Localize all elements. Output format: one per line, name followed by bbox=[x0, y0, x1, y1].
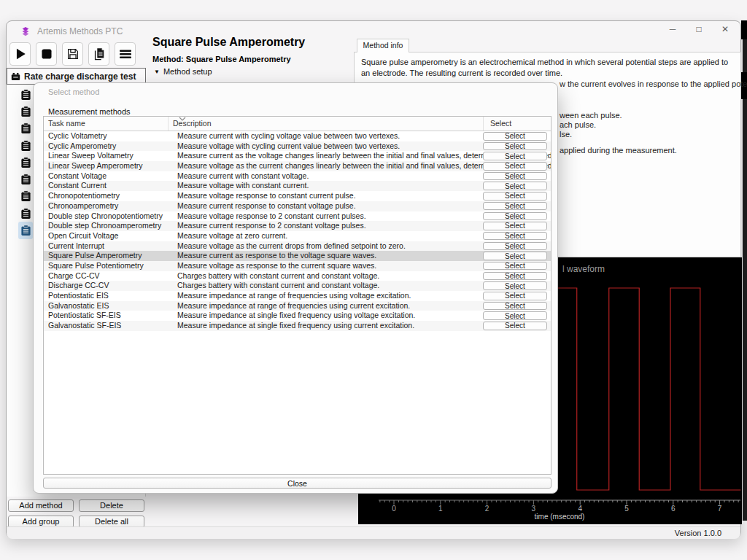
table-row[interactable]: Linear Sweep Amperometry Measure voltage… bbox=[44, 161, 551, 171]
sidebar-method-item[interactable] bbox=[18, 171, 33, 187]
task-name-cell: Linear Sweep Amperometry bbox=[44, 161, 172, 171]
select-button[interactable]: Select bbox=[483, 162, 547, 171]
select-button[interactable]: Select bbox=[483, 202, 547, 211]
sidebar-method-item[interactable] bbox=[18, 188, 33, 205]
background-app-edge bbox=[741, 20, 747, 39]
task-name-cell: Constant Current bbox=[44, 181, 172, 191]
sidebar-method-item[interactable] bbox=[18, 120, 33, 137]
window-title: Artemis Methods PTC bbox=[37, 26, 123, 36]
sort-chevron-icon bbox=[179, 117, 186, 121]
select-button[interactable]: Select bbox=[483, 192, 547, 201]
page-title: Square Pulse Amperometry bbox=[152, 36, 305, 49]
table-row[interactable]: Constant Current Measure voltage with co… bbox=[44, 181, 551, 191]
select-button[interactable]: Select bbox=[483, 132, 547, 141]
collapse-triangle-icon: ▼ bbox=[154, 69, 160, 75]
sidebar-method-item[interactable] bbox=[18, 103, 33, 120]
table-row[interactable]: Galvanostatic SF-EIS Measure impedance a… bbox=[44, 321, 551, 331]
table-row[interactable]: Linear Sweep Voltametry Measure current … bbox=[44, 151, 551, 161]
select-button[interactable]: Select bbox=[483, 172, 547, 181]
save-button[interactable] bbox=[62, 42, 83, 66]
method-clipboard-icon bbox=[20, 157, 31, 168]
sidebar-method-item[interactable] bbox=[18, 137, 33, 154]
method-clipboard-icon bbox=[20, 89, 31, 101]
stop-button[interactable] bbox=[36, 42, 57, 66]
stop-icon bbox=[40, 47, 53, 61]
select-button[interactable]: Select bbox=[483, 222, 547, 230]
select-button[interactable]: Select bbox=[483, 281, 547, 290]
measurement-methods-label: Measurement methods bbox=[48, 107, 131, 116]
table-row[interactable]: Square Pulse Potentiometry Measure volta… bbox=[44, 261, 551, 271]
table-row[interactable]: Galvanostatic EIS Measure impedance at r… bbox=[44, 301, 551, 311]
table-row[interactable]: Double step Chronopotentiometry Measure … bbox=[44, 211, 551, 222]
battery-icon bbox=[11, 72, 20, 81]
column-header-description[interactable]: Description bbox=[168, 117, 483, 131]
method-subtitle: Method: Square Pulse Amperometry bbox=[152, 55, 291, 63]
dialog-title: Select method bbox=[48, 88, 99, 96]
select-button[interactable]: Select bbox=[483, 272, 547, 281]
sidebar-method-item[interactable] bbox=[18, 86, 33, 103]
table-row[interactable]: Cyclic Voltametry Measure current with c… bbox=[44, 131, 551, 141]
select-button[interactable]: Select bbox=[483, 242, 547, 251]
add-method-button[interactable]: Add method bbox=[8, 499, 74, 512]
select-button[interactable]: Select bbox=[483, 262, 547, 271]
close-window-button[interactable]: ✕ bbox=[720, 24, 730, 34]
method-clipboard-icon bbox=[20, 190, 31, 202]
delete-button[interactable]: Delete bbox=[79, 499, 144, 512]
method-tree bbox=[18, 86, 33, 239]
method-setup-toggle[interactable]: ▼ Method setup bbox=[154, 67, 212, 76]
table-row[interactable]: Discharge CC-CV Charges battery with con… bbox=[44, 281, 551, 291]
minimize-button[interactable]: ─ bbox=[667, 24, 678, 34]
sidebar-method-item[interactable] bbox=[18, 222, 33, 238]
table-row[interactable]: Open Circuit Voltage Measure voltage at … bbox=[44, 231, 551, 241]
table-row[interactable]: Current Interrupt Measure voltage as the… bbox=[44, 241, 551, 252]
svg-text:4: 4 bbox=[578, 505, 582, 513]
select-button[interactable]: Select bbox=[483, 182, 547, 190]
tab-method-info[interactable]: Method info bbox=[357, 39, 409, 52]
table-row[interactable]: Charge CC-CV Charges battery with consta… bbox=[44, 271, 551, 281]
column-header-select[interactable]: Select bbox=[483, 117, 551, 131]
run-button[interactable] bbox=[9, 42, 31, 66]
sidebar-method-item[interactable] bbox=[18, 154, 33, 171]
table-row[interactable]: Double step Chronoamperometry Measure cu… bbox=[44, 221, 551, 231]
copy-button[interactable] bbox=[88, 42, 109, 66]
method-clipboard-icon bbox=[20, 106, 31, 117]
select-button[interactable]: Select bbox=[483, 322, 547, 330]
column-header-task-name[interactable]: Task name bbox=[44, 117, 168, 131]
table-body: Cyclic Voltametry Measure current with c… bbox=[44, 131, 551, 331]
select-button[interactable]: Select bbox=[483, 311, 547, 320]
toolbar bbox=[9, 42, 136, 66]
select-button[interactable]: Select bbox=[483, 302, 547, 311]
task-name-cell: Linear Sweep Voltametry bbox=[44, 151, 172, 161]
task-name-cell: Cyclic Amperometry bbox=[44, 141, 172, 152]
method-clipboard-icon bbox=[20, 174, 31, 185]
method-clipboard-icon bbox=[20, 140, 31, 152]
table-row[interactable]: Constant Voltage Measure current with co… bbox=[44, 171, 551, 182]
select-button[interactable]: Select bbox=[483, 142, 547, 151]
table-row[interactable]: Chronoamperometry Measure current respon… bbox=[44, 201, 551, 211]
svg-text:2: 2 bbox=[485, 505, 489, 513]
table-row[interactable]: Potentiostatic SF-EIS Measure impedance … bbox=[44, 311, 551, 321]
table-row[interactable]: Square Pulse Amperometry Measure current… bbox=[44, 251, 551, 261]
maximize-button[interactable]: □ bbox=[694, 24, 704, 34]
select-button[interactable]: Select bbox=[483, 212, 547, 221]
table-row[interactable]: Cyclic Amperometry Measure voltage with … bbox=[44, 141, 551, 152]
select-button[interactable]: Select bbox=[483, 232, 547, 241]
sidebar-method-item[interactable] bbox=[18, 205, 33, 222]
select-button[interactable]: Select bbox=[483, 252, 547, 260]
task-name-cell: Charge CC-CV bbox=[44, 271, 172, 281]
method-table: Task name Description Select Cyclic Volt… bbox=[43, 116, 551, 475]
menu-button[interactable] bbox=[115, 42, 136, 66]
select-button[interactable]: Select bbox=[483, 152, 547, 160]
close-dialog-button[interactable]: Close bbox=[43, 478, 551, 489]
method-clipboard-icon bbox=[20, 208, 31, 219]
svg-text:1: 1 bbox=[438, 505, 443, 513]
task-name-cell: Cyclic Voltametry bbox=[44, 131, 172, 141]
desktop-background: Artemis Methods PTC ─ □ ✕ bbox=[0, 0, 747, 560]
task-name-cell: Constant Voltage bbox=[44, 171, 172, 182]
task-name-cell: Double step Chronoamperometry bbox=[44, 221, 172, 231]
select-button[interactable]: Select bbox=[483, 292, 547, 300]
table-row[interactable]: Chronopotentiometry Measure voltage resp… bbox=[44, 191, 551, 201]
table-row[interactable]: Potentiostatic EIS Measure impedance at … bbox=[44, 291, 551, 301]
svg-text:7: 7 bbox=[718, 505, 722, 513]
svg-text:time (msecond): time (msecond) bbox=[535, 513, 585, 521]
